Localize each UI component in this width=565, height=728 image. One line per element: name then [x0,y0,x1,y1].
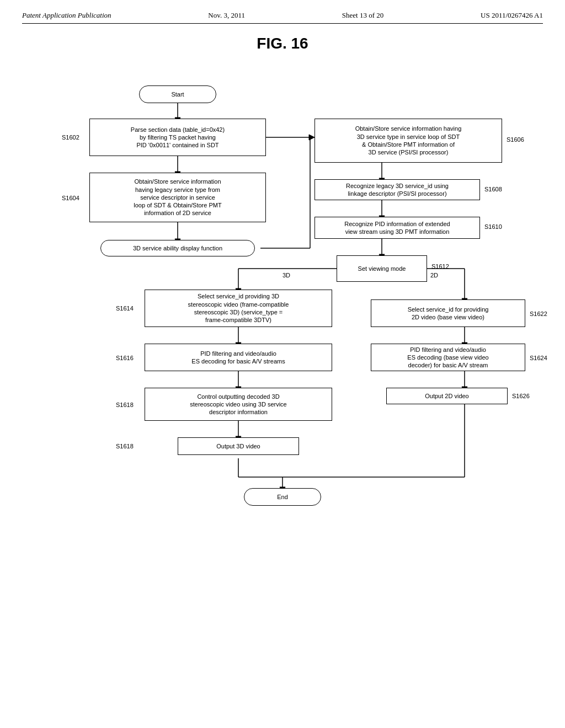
page: Patent Application Publication Nov. 3, 2… [0,0,565,728]
figure-title: FIG. 16 [22,35,543,52]
s1618a-label: S1618 [116,402,134,408]
s1602-label: S1602 [62,134,79,141]
s1610-label: S1610 [484,223,502,230]
s1612-box: Set viewing mode [337,255,427,282]
s1606-label: S1606 [507,136,524,143]
s1626-label: S1626 [512,393,530,399]
s1618b-box: Output 3D video [178,437,299,455]
end-node: End [244,488,321,506]
s1622-box: Select service_id for providing2D video … [371,299,525,327]
s1616-label: S1616 [116,355,134,361]
s3d-display-box: 3D service ability display function [100,240,255,256]
s1624-label: S1624 [530,355,547,361]
s1604-box: Obtain/Store service informationhaving l… [89,173,266,222]
s1624-box: PID filtering and video/audioES decoding… [371,344,525,371]
s1612-label: S1612 [431,263,449,270]
header-sheet: Sheet 13 of 20 [342,11,383,20]
s1604-label: S1604 [62,195,79,201]
svg-marker-7 [309,135,315,140]
s1618a-box: Control outputting decoded 3Dstereoscopi… [145,388,332,421]
header-publication-label: Patent Application Publication [22,11,111,20]
s1606-box: Obtain/Store service information having3… [315,119,502,163]
s1618b-label: S1618 [116,443,134,449]
s1610-box: Recognize PID information of extendedvie… [315,217,480,239]
branch-2d-label: 2D [430,272,438,279]
page-header: Patent Application Publication Nov. 3, 2… [22,11,543,24]
s1614-label: S1614 [116,305,134,312]
s1622-label: S1622 [530,311,547,317]
s1626-box: Output 2D video [386,388,508,404]
branch-3d-label: 3D [282,272,290,279]
s1614-box: Select service_id providing 3Dstereoscop… [145,290,332,327]
s1602-box: Parse section data (table_id=0x42)by fil… [89,119,266,156]
s1608-label: S1608 [484,186,502,192]
start-node: Start [139,85,216,103]
header-patent-number: US 2011/0267426 A1 [481,11,543,20]
diagram: Start Parse section data (table_id=0x42)… [29,69,536,676]
s1616-box: PID filtering and video/audioES decoding… [145,344,332,371]
header-date: Nov. 3, 2011 [208,11,245,20]
s1608-box: Recognize legacy 3D service_id usinglink… [315,179,480,200]
